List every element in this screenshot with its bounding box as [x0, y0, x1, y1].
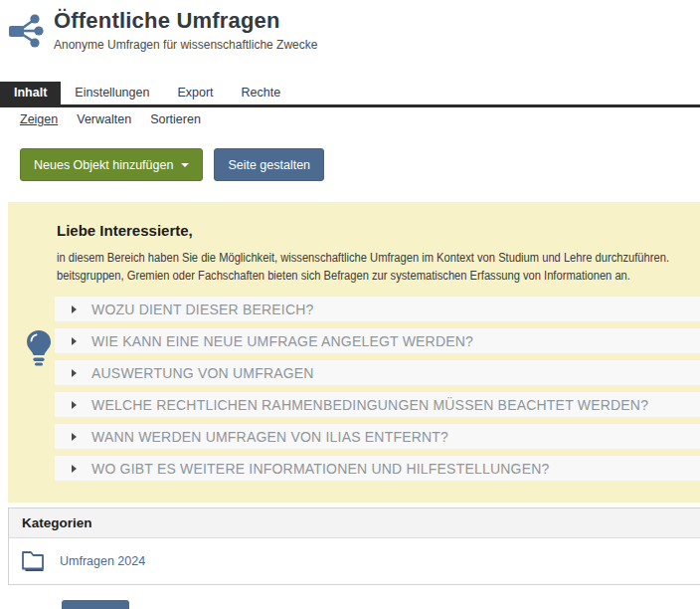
lightbulb-icon	[25, 329, 53, 371]
categories-panel: Kategorien Umfragen 2024	[8, 508, 700, 585]
tab-export[interactable]: Export	[163, 82, 227, 104]
triangle-right-icon	[72, 305, 77, 313]
subtab-zeigen[interactable]: Zeigen	[20, 112, 58, 126]
add-object-button[interactable]: Neues Objekt hinzufügen	[20, 148, 203, 181]
category-link[interactable]: Umfragen 2024	[60, 554, 145, 568]
subtab-verwalten[interactable]: Verwalten	[77, 112, 131, 126]
design-page-button[interactable]: Seite gestalten	[214, 148, 324, 181]
info-heading: Liebe Interessierte,	[57, 222, 193, 239]
page-bottom-button[interactable]	[62, 600, 129, 609]
tab-rechte[interactable]: Rechte	[228, 82, 295, 104]
accordion-item-rahmenbedingungen[interactable]: WELCHE RECHTLICHEN RAHMENBEDINGUNGEN MÜS…	[55, 392, 700, 417]
accordion-item-neue-umfrage[interactable]: WIE KANN EINE NEUE UMFRAGE ANGELEGT WERD…	[55, 328, 700, 353]
tab-einstellungen[interactable]: Einstellungen	[61, 82, 163, 104]
page: Öffentliche Umfragen Anonyme Umfragen fü…	[0, 0, 700, 609]
triangle-right-icon	[72, 465, 77, 473]
faq-accordion: WOZU DIENT DIESER BEREICH? WIE KANN EINE…	[55, 297, 700, 488]
accordion-item-entfernt[interactable]: WANN WERDEN UMFRAGEN VON ILIAS ENTFERNT?	[55, 424, 700, 449]
accordion-item-bereich[interactable]: WOZU DIENT DIESER BEREICH?	[55, 297, 700, 321]
info-paragraph-line1: in diesem Bereich haben Sie die Möglichk…	[57, 250, 669, 268]
info-paragraph-line2: beitsgruppen, Gremien oder Fachschaften …	[57, 268, 669, 286]
add-object-button-label: Neues Objekt hinzufügen	[34, 158, 173, 172]
triangle-right-icon	[72, 433, 77, 441]
design-page-button-label: Seite gestalten	[228, 158, 310, 172]
tab-bar: Inhalt Einstellungen Export Rechte	[0, 82, 700, 107]
page-title: Öffentliche Umfragen	[54, 8, 317, 34]
triangle-right-icon	[72, 369, 77, 377]
accordion-item-auswertung[interactable]: AUSWERTUNG VON UMFRAGEN	[55, 360, 700, 385]
tab-inhalt[interactable]: Inhalt	[0, 82, 61, 104]
accordion-item-informationen[interactable]: WO GIBT ES WEITERE INFORMATIONEN UND HIL…	[55, 456, 700, 481]
category-row: Umfragen 2024	[9, 538, 700, 583]
subtab-bar: Zeigen Verwalten Sortieren	[20, 112, 201, 126]
info-panel: Liebe Interessierte, in diesem Bereich h…	[8, 202, 700, 503]
share-icon	[6, 11, 46, 51]
categories-header: Kategorien	[9, 508, 700, 538]
info-paragraph: in diesem Bereich haben Sie die Möglichk…	[57, 250, 700, 285]
toolbar: Neues Objekt hinzufügen Seite gestalten	[20, 148, 324, 181]
page-header: Öffentliche Umfragen Anonyme Umfragen fü…	[6, 8, 317, 52]
page-subtitle: Anonyme Umfragen für wissenschaftliche Z…	[54, 38, 317, 52]
subtab-sortieren[interactable]: Sortieren	[150, 112, 201, 126]
caret-down-icon	[181, 163, 189, 167]
triangle-right-icon	[72, 337, 77, 345]
triangle-right-icon	[72, 401, 77, 409]
folder-icon[interactable]	[21, 547, 48, 574]
